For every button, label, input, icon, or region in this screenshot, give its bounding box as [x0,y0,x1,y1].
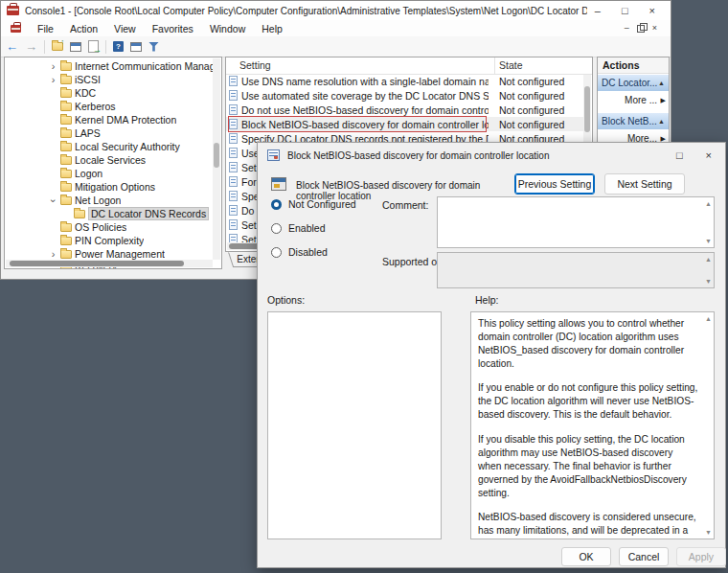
export-list-icon[interactable]: → [88,40,99,53]
list-header: Setting State [226,57,592,75]
ok-button[interactable]: OK [561,547,611,566]
dialog-title-bar: Block NetBIOS-based discovery for domain… [258,143,725,168]
help-icon[interactable]: ? [113,41,124,52]
desktop-background: Console1 - [Console Root\Local Computer … [0,0,728,573]
collapse-icon[interactable]: ▲ [658,118,665,125]
tree-item[interactable]: Locale Services [5,153,214,167]
collapse-icon[interactable]: ▲ [658,80,665,86]
tree-item[interactable]: PIN Complexity [5,234,214,247]
setting-row[interactable]: Use DNS name resolution with a single-la… [226,74,584,88]
radio-not-configured[interactable]: Not Configured [271,198,356,210]
tree-item-net-logon[interactable]: › Net Logon [5,194,214,207]
policy-icon [229,104,238,115]
tree-item[interactable]: Local Security Authority [5,140,214,153]
list-scrollbar-thumb[interactable] [584,86,590,132]
tree-item-label: OS Policies [75,221,126,233]
previous-setting-button[interactable]: Previous Setting [514,173,595,195]
radio-enabled[interactable]: Enabled [271,222,326,234]
folder-icon [60,170,72,178]
console-app-icon [7,6,19,15]
radio-label: Not Configured [288,198,356,210]
actions-more-dc-locator[interactable]: More ... ▶ [598,92,669,108]
tree-item[interactable]: Mitigation Options [5,180,214,194]
help-paragraph: If you enable or do not configure this p… [478,381,698,422]
child-minimize-button[interactable]: – [625,24,629,33]
forward-button[interactable]: → [25,40,37,53]
show-console-tree-icon[interactable] [70,42,81,52]
tree-item-label: Kernel DMA Protection [75,114,176,126]
folder-icon [60,103,72,111]
close-button[interactable]: × [649,6,655,16]
policy-icon [229,148,238,158]
chevron-right-icon[interactable]: › [49,75,57,85]
menu-file[interactable]: File [35,23,56,34]
tree-item[interactable]: LAPS [5,126,214,140]
radio-icon[interactable] [271,247,282,258]
setting-row-block-netbios[interactable]: Block NetBIOS-based discovery for domain… [226,117,584,131]
chevron-down-icon[interactable]: › [48,196,58,205]
tree-scrollbar-thumb[interactable] [10,261,184,266]
tree-item[interactable]: KDC [5,86,214,100]
tree-item-label: LAPS [75,127,101,139]
scroll-down-icon[interactable]: ▼ [705,529,712,536]
comment-field[interactable]: ▲ ▼ [437,196,715,248]
column-divider[interactable] [494,57,495,74]
chevron-right-icon[interactable]: › [49,61,57,72]
menu-view[interactable]: View [112,23,138,34]
minimize-button[interactable]: – [595,6,601,16]
apply-button: Apply [676,547,726,566]
more-label: More ... [625,95,657,105]
child-close-button[interactable]: × [652,24,657,33]
next-setting-button[interactable]: Next Setting [604,173,685,195]
menu-favorites[interactable]: Favorites [150,23,195,34]
filter-icon[interactable] [148,42,159,52]
actions-group-label: DC Locator... [602,78,657,88]
radio-selected-icon[interactable] [271,199,282,210]
policy-icon [229,119,238,129]
tree-item[interactable]: › iSCSI [5,73,214,86]
cancel-button[interactable]: Cancel [619,547,669,566]
properties-window-icon[interactable] [130,42,142,52]
comment-label: Comment: [382,199,428,211]
policy-setting-dialog: Block NetBIOS-based discovery for domain… [257,142,726,568]
tree-scrollbar-thumb[interactable] [214,143,219,168]
tree-item[interactable]: › Internet Communication Managem [5,59,214,73]
radio-disabled[interactable]: Disabled [271,246,328,258]
scroll-up-icon[interactable]: ▲ [705,200,712,207]
column-header-state[interactable]: State [499,59,523,71]
tree-item[interactable]: OS Policies [5,220,214,234]
setting-row[interactable]: Use automated site coverage by the DC Lo… [226,88,584,103]
menu-window[interactable]: Window [208,23,247,34]
folder-icon [60,196,72,205]
tree-vertical-scrollbar[interactable] [213,58,220,260]
setting-row[interactable]: Do not use NetBIOS-based discovery for d… [226,103,584,117]
menu-bar: File Action View Favorites Window Help –… [1,20,671,37]
dialog-maximize-button[interactable]: □ [676,150,683,161]
policy-icon [229,219,238,230]
actions-group-dc-locator[interactable]: DC Locator... ▲ [598,75,669,91]
menu-help[interactable]: Help [260,23,284,34]
tree-item[interactable]: Kerberos [5,100,214,113]
radio-icon[interactable] [271,223,282,234]
menu-action[interactable]: Action [68,23,100,34]
child-restore-button[interactable] [637,25,645,33]
scroll-down-icon[interactable]: ▼ [705,238,712,244]
chevron-right-icon[interactable]: › [49,249,57,260]
back-button[interactable]: ← [6,40,18,53]
tree-item[interactable]: Logon [5,167,214,180]
folder-icon [60,62,72,71]
tree-item[interactable]: Kernel DMA Protection [5,113,214,126]
tree-item-dc-locator-dns-records[interactable]: DC Locator DNS Records [5,207,214,220]
setting-state: Not configured [499,119,564,130]
column-header-setting[interactable]: Setting [239,59,271,71]
tree-item[interactable]: › Power Management [5,247,214,261]
policy-setting-icon [271,177,286,191]
maximize-button[interactable]: □ [622,6,628,16]
tree-horizontal-scrollbar[interactable] [6,260,213,267]
up-one-level-icon[interactable]: ↑ [52,42,63,51]
setting-state: Not configured [499,76,564,87]
options-panel [267,311,442,539]
scroll-up-icon[interactable]: ▲ [705,315,712,322]
dialog-close-button[interactable]: × [706,150,712,161]
actions-group-block-netbios[interactable]: Block NetB... ▲ [598,113,669,129]
